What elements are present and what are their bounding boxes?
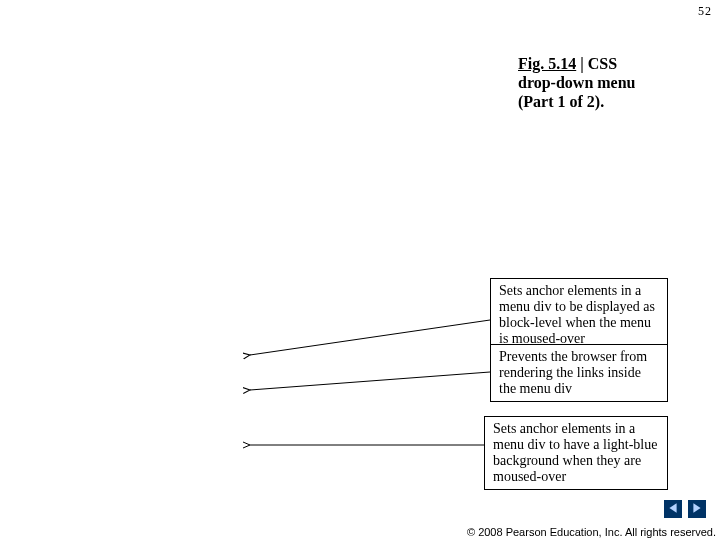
arrow-left-icon <box>667 500 679 518</box>
copyright-text: © 2008 Pearson Education, Inc. All right… <box>467 526 716 538</box>
prev-slide-button[interactable] <box>664 500 682 518</box>
annotation-box-2: Prevents the browser from rendering the … <box>490 344 668 402</box>
annotation-box-1: Sets anchor elements in a menu div to be… <box>490 278 668 352</box>
next-slide-button[interactable] <box>688 500 706 518</box>
svg-line-0 <box>250 320 490 355</box>
arrow-right-icon <box>691 500 703 518</box>
svg-line-1 <box>250 372 490 390</box>
annotation-box-3: Sets anchor elements in a menu div to ha… <box>484 416 668 490</box>
